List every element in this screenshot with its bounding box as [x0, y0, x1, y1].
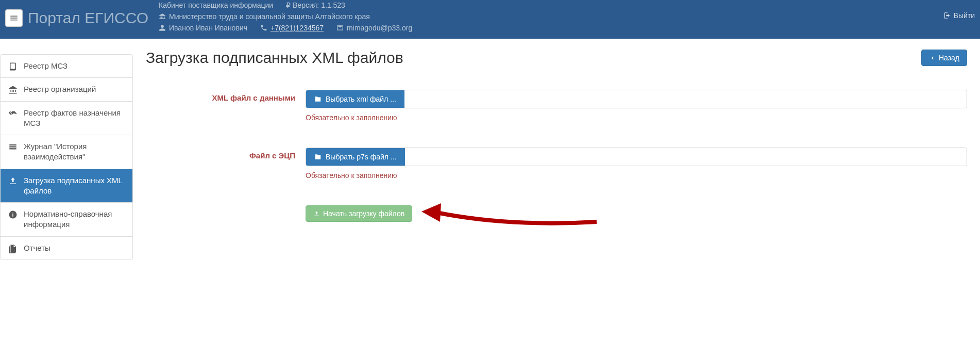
- menu-toggle-button[interactable]: [5, 9, 23, 27]
- logout-button[interactable]: Выйти: [943, 11, 975, 20]
- hamburger-icon: [9, 13, 19, 23]
- upload-icon: [8, 176, 18, 186]
- cabinet-label: Кабинет поставщика информации: [159, 1, 273, 9]
- bank-icon: [159, 13, 166, 20]
- start-upload-button-label: Начать загрузку файлов: [323, 209, 404, 218]
- book-icon: [8, 62, 18, 71]
- xml-file-label: XML файл с данными: [146, 90, 306, 102]
- user-name: Иванов Иван Иванович: [169, 24, 247, 32]
- sig-help-text: Обязательно к заполнению: [306, 171, 967, 180]
- upload-icon: [313, 211, 320, 217]
- xml-file-display: [404, 90, 967, 108]
- choose-sig-button-label: Выбрать p7s файл ...: [326, 153, 397, 161]
- sidebar-item-reference[interactable]: Нормативно-справочная информация: [1, 203, 132, 237]
- email-label: mimagodu@p33.org: [347, 24, 412, 32]
- sidebar-item-journal[interactable]: Журнал "История взаимодействия": [1, 135, 132, 169]
- logout-icon: [943, 12, 951, 19]
- back-button-label: Назад: [939, 54, 959, 62]
- list-icon: [8, 142, 18, 152]
- choose-xml-button[interactable]: Выбрать xml файл ...: [306, 90, 404, 108]
- sidebar-item-label: Отчеты: [24, 243, 50, 253]
- sidebar-item-org-registry[interactable]: Реестр организаций: [1, 78, 132, 101]
- sidebar-item-label: Загрузка подписанных XML файлов: [24, 175, 125, 197]
- sidebar: Реестр МСЗ Реестр организаций Реестр фак…: [0, 54, 133, 260]
- institution-icon: [8, 85, 18, 94]
- back-button[interactable]: Назад: [921, 50, 967, 66]
- start-upload-button[interactable]: Начать загрузку файлов: [306, 205, 412, 222]
- version-label: ₽ Версия: 1.1.523: [286, 1, 345, 9]
- sidebar-item-label: Журнал "История взаимодействия": [24, 141, 125, 163]
- user-icon: [159, 24, 166, 31]
- sidebar-item-label: Реестр МСЗ: [24, 61, 67, 71]
- xml-file-input-group: Выбрать xml файл ...: [306, 90, 967, 108]
- ministry-label: Министерство труда и социальной защиты А…: [169, 12, 370, 21]
- sig-file-display: [405, 148, 967, 166]
- svg-marker-0: [421, 203, 441, 222]
- sidebar-item-reports[interactable]: Отчеты: [1, 237, 132, 260]
- chevron-left-icon: [929, 55, 936, 61]
- portal-title: Портал ЕГИССО: [28, 9, 148, 27]
- handshake-icon: [8, 109, 18, 118]
- sidebar-item-upload-xml[interactable]: Загрузка подписанных XML файлов: [1, 169, 132, 203]
- choose-xml-button-label: Выбрать xml файл ...: [326, 95, 396, 103]
- folder-icon: [314, 153, 322, 160]
- folder-icon: [314, 95, 322, 103]
- sidebar-item-facts-registry[interactable]: Реестр фактов назначения МСЗ: [1, 102, 132, 136]
- choose-sig-button[interactable]: Выбрать p7s файл ...: [306, 148, 405, 166]
- phone-link[interactable]: +7(821)1234567: [271, 24, 324, 32]
- page-title: Загрузка подписанных XML файлов: [146, 49, 403, 67]
- logout-label: Выйти: [954, 11, 975, 20]
- email-icon: [336, 24, 344, 31]
- sidebar-item-label: Реестр организаций: [24, 84, 96, 94]
- sig-file-input-group: Выбрать p7s файл ...: [306, 148, 967, 166]
- sidebar-item-msz-registry[interactable]: Реестр МСЗ: [1, 55, 132, 78]
- annotation-arrow: [421, 201, 597, 232]
- sig-file-label: Файл с ЭЦП: [146, 148, 306, 160]
- info-icon: [8, 210, 18, 219]
- phone-icon: [260, 24, 267, 31]
- reports-icon: [8, 244, 18, 253]
- sidebar-item-label: Реестр фактов назначения МСЗ: [24, 108, 125, 129]
- sidebar-item-label: Нормативно-справочная информация: [24, 209, 125, 230]
- xml-help-text: Обязательно к заполнению: [306, 114, 967, 122]
